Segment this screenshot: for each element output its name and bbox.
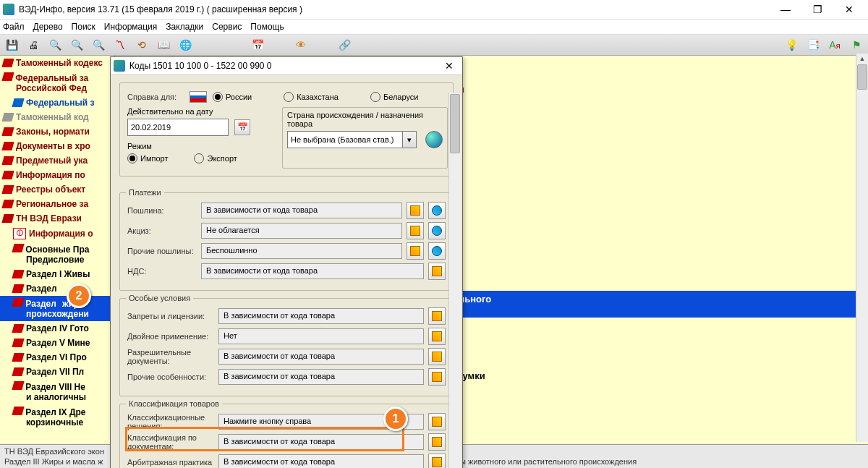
maximize-button[interactable]: ❐ xyxy=(801,0,833,19)
excise-detail-button[interactable] xyxy=(407,222,424,239)
dual-button[interactable] xyxy=(428,328,446,345)
permit-value: В зависимости от кода товара xyxy=(218,349,424,365)
tree-item[interactable]: Законы, нормати xyxy=(0,124,114,139)
zoom-in-icon[interactable]: 🔍 xyxy=(69,38,84,52)
font-icon[interactable]: Aя xyxy=(827,38,842,52)
permit-button[interactable] xyxy=(428,348,446,365)
tree-item-tnved[interactable]: ТН ВЭД Еврази xyxy=(0,211,114,226)
date-input[interactable] xyxy=(127,119,229,136)
eye-icon[interactable]: 👁 xyxy=(294,38,308,52)
tree-item[interactable]: Региональное за xyxy=(0,197,114,211)
scroll-up-icon[interactable]: ▲ xyxy=(856,54,868,64)
payments-group: Платежи Пошлина:В зависимости от кода то… xyxy=(119,192,454,291)
dialog-close-button[interactable]: ✕ xyxy=(439,59,459,73)
tree-item[interactable]: Реестры объект xyxy=(0,182,114,197)
other-duty-value: Беспошлинно xyxy=(201,243,402,259)
origin-label: Страна происхождения / назначения товара xyxy=(287,111,443,128)
menu-tree[interactable]: Дерево xyxy=(33,22,63,32)
other-cond-value: В зависимости от кода товара xyxy=(218,369,424,385)
origin-combo[interactable] xyxy=(287,131,403,148)
globe-button[interactable] xyxy=(425,131,443,148)
duty-detail-button[interactable] xyxy=(407,202,424,219)
tree-item[interactable]: Раздел VI Про xyxy=(0,350,114,365)
globe-icon[interactable]: 🌐 xyxy=(178,38,192,52)
decisions-button[interactable] xyxy=(428,413,446,430)
zoom-out-icon[interactable]: 🔍 xyxy=(48,38,62,52)
radio-belarus[interactable]: Беларуси xyxy=(370,92,419,102)
reference-label: Справка для: xyxy=(127,93,184,101)
arbitr-label: Арбитражная практика xyxy=(127,458,214,467)
ban-label: Запреты и лицензии: xyxy=(127,312,214,320)
vertical-scrollbar[interactable]: ▲ xyxy=(856,54,868,442)
ban-value: В зависимости от кода товара xyxy=(218,308,424,324)
tree-item[interactable]: Предметный ука xyxy=(0,153,114,168)
tree-item[interactable]: Раздел IV Гото xyxy=(0,321,114,336)
dialog-scroll-thumb[interactable] xyxy=(450,94,460,153)
dual-label: Двойное применение: xyxy=(127,332,214,341)
tree-item[interactable]: Таможенный кодекс xyxy=(0,56,114,70)
excise-value: Не облагается xyxy=(201,223,402,239)
vat-detail-button[interactable] xyxy=(428,263,446,280)
calendar-icon[interactable]: 📅 xyxy=(250,38,265,52)
tree-item[interactable]: Информация по xyxy=(0,168,114,182)
dialog-titlebar: Коды 1501 10 100 0 - 1522 00 990 0 ✕ xyxy=(111,57,462,75)
radio-export[interactable]: Экспорт xyxy=(194,153,237,163)
save-icon[interactable]: 💾 xyxy=(4,38,19,52)
book-icon[interactable]: 📖 xyxy=(156,38,171,52)
tree-item[interactable]: Раздел V Мине xyxy=(0,336,114,350)
other-cond-label: Прочие особенности: xyxy=(127,373,214,381)
dialog-scrollbar[interactable] xyxy=(448,93,461,468)
bydoc-label: Классификация по документам: xyxy=(127,433,214,451)
link-icon[interactable]: 🔗 xyxy=(337,38,352,52)
arbitr-button[interactable] xyxy=(428,454,446,468)
menu-bookmarks[interactable]: Закладки xyxy=(166,22,203,32)
duty-info-button[interactable] xyxy=(428,202,446,219)
tree-item[interactable]: Раздел IX Дрекорзиночные xyxy=(0,404,114,430)
scroll-thumb[interactable] xyxy=(857,64,867,90)
dual-value: Нет xyxy=(218,328,424,344)
russia-flag-icon xyxy=(190,91,207,103)
calendar-button[interactable]: 📅 xyxy=(234,119,250,135)
other-duty-detail-button[interactable] xyxy=(407,242,424,260)
tree-item[interactable]: Таможенный код xyxy=(0,110,114,124)
flag-icon[interactable]: ⚑ xyxy=(849,38,864,52)
tree-item[interactable]: Федеральный заРоссийской Фед xyxy=(0,70,114,95)
excise-info-button[interactable] xyxy=(428,222,446,239)
tree-item[interactable]: Раздел VII Пл xyxy=(0,365,114,379)
vat-value: В зависимости от кода товара xyxy=(201,263,424,279)
bydoc-button[interactable] xyxy=(428,433,446,451)
chart-icon[interactable]: 〽 xyxy=(113,38,127,52)
chevron-down-icon[interactable]: ▾ xyxy=(403,131,417,148)
search-icon[interactable]: 🔍 xyxy=(91,38,106,52)
close-button[interactable]: ✕ xyxy=(833,0,865,19)
print-icon[interactable]: 🖨 xyxy=(26,38,41,52)
tree-item[interactable]: ⓘИнформация о xyxy=(0,226,114,242)
toolbar: 💾 🖨 🔍 🔍 🔍 〽 ⟲ 📖 🌐 📅 👁 🔗 💡 📑 Aя ⚑ xyxy=(0,35,868,56)
minimize-button[interactable]: — xyxy=(770,0,801,19)
menu-file[interactable]: Файл xyxy=(3,22,25,32)
tree-item[interactable]: Документы в хро xyxy=(0,139,114,153)
files-icon[interactable]: 📑 xyxy=(806,38,820,52)
tree-item[interactable]: Основные ПраПредисловие xyxy=(0,242,114,267)
menu-search[interactable]: Поиск xyxy=(72,22,95,32)
menu-help[interactable]: Помощь xyxy=(250,22,284,32)
other-duty-label: Прочие пошлины: xyxy=(127,247,197,255)
ban-button[interactable] xyxy=(428,307,446,325)
mode-label: Режим xyxy=(127,142,272,150)
radio-kazakhstan[interactable]: Казахстана xyxy=(284,92,339,102)
tree-item-selected[interactable]: Разделжирпроисхождени xyxy=(0,296,114,321)
permit-label: Разрешительные документы: xyxy=(127,348,214,365)
bulb-icon[interactable]: 💡 xyxy=(784,38,799,52)
menu-service[interactable]: Сервис xyxy=(212,22,242,32)
menu-info[interactable]: Информация xyxy=(104,22,157,32)
other-duty-info-button[interactable] xyxy=(428,242,446,260)
history-icon[interactable]: ⟲ xyxy=(135,38,149,52)
tree-item[interactable]: Раздел xyxy=(0,281,114,296)
tree-item[interactable]: Раздел VIII Неи аналогичны xyxy=(0,379,114,404)
other-cond-button[interactable] xyxy=(428,368,446,386)
tree-item[interactable]: Федеральный з xyxy=(0,95,114,110)
radio-russia[interactable]: России xyxy=(213,92,252,102)
tree-item[interactable]: Раздел I Живы xyxy=(0,267,114,281)
vat-label: НДС: xyxy=(127,267,197,276)
radio-import[interactable]: Импорт xyxy=(127,153,168,163)
